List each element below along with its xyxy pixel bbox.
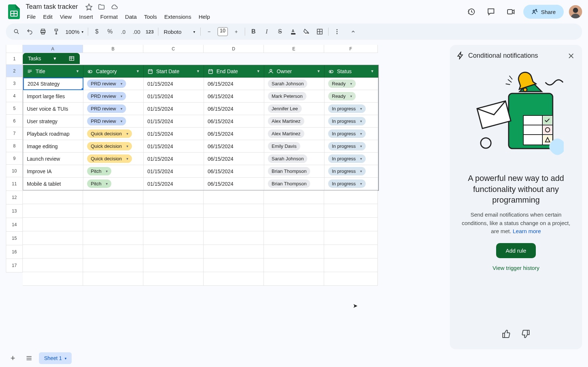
sheets-logo[interactable] — [6, 4, 22, 20]
col-head-E[interactable]: E — [264, 45, 324, 53]
empty-cell[interactable] — [83, 259, 143, 272]
row-head-8[interactable]: 8 — [6, 140, 23, 152]
table-header-end-date[interactable]: End Date▼ — [204, 65, 264, 78]
thumbs-down-icon[interactable] — [521, 329, 530, 338]
empty-cell[interactable] — [83, 218, 143, 231]
empty-cell[interactable] — [23, 231, 83, 245]
table-header-title[interactable]: Title▼ — [23, 65, 83, 78]
add-rule-button[interactable]: Add rule — [496, 243, 536, 258]
fill-color-icon[interactable] — [300, 26, 313, 37]
menu-file[interactable]: File — [24, 12, 39, 21]
menu-insert[interactable]: Insert — [76, 12, 96, 21]
row-head-3[interactable]: 3 — [6, 77, 23, 90]
table-view-icon[interactable] — [69, 56, 75, 61]
doc-title[interactable]: Team task tracker — [24, 2, 80, 11]
empty-cell[interactable] — [204, 272, 264, 286]
more-tools-icon[interactable] — [331, 26, 343, 37]
print-icon[interactable] — [37, 26, 49, 37]
cell-owner[interactable]: Alex Martinez — [264, 128, 325, 140]
borders-icon[interactable] — [313, 26, 326, 37]
empty-cell[interactable] — [264, 272, 324, 286]
empty-cell[interactable] — [324, 218, 378, 231]
cell-title[interactable]: Mobile & tablet — [23, 178, 83, 190]
empty-cell[interactable] — [264, 218, 324, 231]
empty-cell[interactable] — [264, 190, 324, 204]
cell-start[interactable]: 01/15/2024 — [144, 153, 204, 165]
table-header-category[interactable]: Category▼ — [83, 65, 144, 78]
cell-title[interactable]: 2024 Strategy — [23, 78, 83, 90]
increase-decimal-icon[interactable]: .00 — [130, 26, 143, 37]
empty-cell[interactable] — [264, 259, 324, 272]
all-sheets-icon[interactable] — [23, 353, 35, 364]
empty-cell[interactable] — [204, 259, 264, 272]
account-avatar[interactable] — [569, 5, 582, 18]
empty-cell[interactable] — [204, 190, 264, 204]
cell-owner[interactable]: Mark Peterson — [264, 90, 325, 103]
paint-format-icon[interactable] — [50, 26, 62, 37]
cell-start[interactable]: 01/15/2024 — [144, 78, 204, 90]
cell-start[interactable]: 01/15/2024 — [144, 103, 204, 115]
table-header-start-date[interactable]: Start Date▼ — [144, 65, 204, 78]
table-header-owner[interactable]: Owner▼ — [264, 65, 325, 78]
empty-cell[interactable] — [204, 218, 264, 231]
cell-category[interactable]: Quick decision — [83, 140, 144, 153]
empty-cell[interactable] — [83, 272, 143, 286]
thumbs-up-icon[interactable] — [502, 329, 511, 338]
col-head-A[interactable]: A — [23, 45, 83, 53]
add-sheet-icon[interactable]: + — [7, 353, 19, 364]
italic-icon[interactable]: I — [261, 26, 273, 37]
empty-cell[interactable] — [143, 204, 204, 218]
empty-cell[interactable] — [23, 204, 83, 218]
cell-owner[interactable]: Sarah Johnson — [264, 153, 325, 165]
cell-category[interactable]: PRD review — [83, 103, 144, 115]
empty-cell[interactable] — [324, 272, 378, 286]
empty-cell[interactable] — [143, 231, 204, 245]
row-head-5[interactable]: 5 — [6, 102, 23, 115]
cell-title[interactable]: User strategy — [23, 115, 83, 128]
cell-start[interactable]: 01/15/2024 — [144, 115, 204, 128]
col-head-F[interactable]: F — [324, 45, 378, 53]
cell-category[interactable]: Quick decision — [83, 128, 144, 140]
font-select[interactable]: Roboto▾ — [161, 29, 198, 35]
decrease-decimal-icon[interactable]: .0 — [117, 26, 129, 37]
empty-cell[interactable] — [83, 245, 143, 259]
cell-status[interactable]: In progress — [325, 128, 378, 140]
cell-owner[interactable]: Brian Thompson — [264, 178, 325, 190]
zoom-select[interactable]: 100%▾ — [63, 29, 86, 35]
row-head-11[interactable]: 11 — [6, 177, 23, 191]
cell-owner[interactable]: Emily Davis — [264, 140, 325, 153]
row-head-4[interactable]: 4 — [6, 90, 23, 102]
folder-move-icon[interactable] — [98, 3, 105, 11]
menu-help[interactable]: Help — [195, 12, 213, 21]
cell-title[interactable]: Image editing — [23, 140, 83, 153]
cell-end[interactable]: 06/15/2024 — [204, 103, 264, 115]
font-size-input[interactable]: 10 — [218, 27, 228, 36]
col-head-C[interactable]: C — [143, 45, 204, 53]
collapse-toolbar-icon[interactable] — [347, 26, 359, 37]
cell-category[interactable]: PRD review — [83, 90, 144, 103]
cell-status[interactable]: In progress — [325, 140, 378, 153]
menu-data[interactable]: Data — [122, 12, 140, 21]
empty-cell[interactable] — [83, 231, 143, 245]
empty-cell[interactable] — [264, 245, 324, 259]
learn-more-link[interactable]: Learn more — [513, 228, 541, 234]
history-icon[interactable] — [464, 4, 478, 19]
menu-tools[interactable]: Tools — [141, 12, 160, 21]
cloud-status-icon[interactable] — [110, 3, 118, 11]
cell-end[interactable]: 06/15/2024 — [204, 178, 264, 190]
cell-status[interactable]: Ready — [325, 78, 378, 90]
cell-start[interactable]: 01/15/2024 — [144, 90, 204, 103]
table-header-status[interactable]: Status▼ — [325, 65, 378, 78]
empty-cell[interactable] — [23, 245, 83, 259]
empty-cell[interactable] — [143, 190, 204, 204]
empty-cell[interactable] — [324, 190, 378, 204]
cell-start[interactable]: 01/15/2024 — [144, 165, 204, 178]
cell-status[interactable]: Ready — [325, 90, 378, 103]
empty-cell[interactable] — [83, 204, 143, 218]
col-head-B[interactable]: B — [83, 45, 143, 53]
close-icon[interactable] — [565, 50, 577, 62]
cell-start[interactable]: 01/15/2024 — [144, 178, 204, 190]
cell-start[interactable]: 01/15/2024 — [144, 128, 204, 140]
cell-category[interactable]: Pitch — [83, 178, 144, 190]
text-color-icon[interactable]: A — [287, 26, 300, 37]
